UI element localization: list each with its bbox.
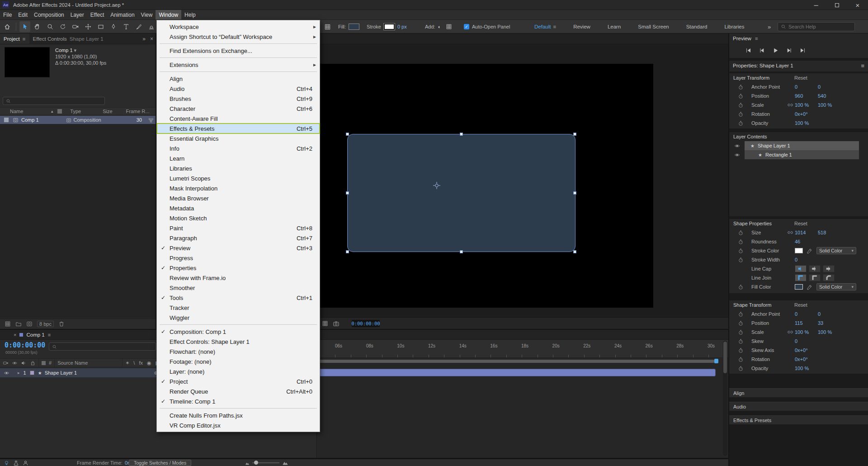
- line-join-bevel-button[interactable]: [823, 274, 835, 281]
- tab-close-icon[interactable]: ×: [14, 332, 16, 338]
- stopwatch-icon[interactable]: [738, 357, 744, 362]
- next-frame-button[interactable]: [784, 47, 793, 54]
- menu-item[interactable]: ✓ Extensions ▸: [157, 60, 320, 70]
- menubar-item[interactable]: View: [138, 10, 156, 19]
- camera-tool[interactable]: [70, 21, 81, 32]
- property-value[interactable]: 100 %: [795, 329, 818, 335]
- collapsed-panel-header[interactable]: Align: [729, 388, 868, 397]
- grid-guides-icon[interactable]: [443, 21, 454, 32]
- overflow-icon[interactable]: »: [768, 24, 771, 30]
- workspace-menu-icon[interactable]: ≡: [553, 24, 556, 29]
- menu-item[interactable]: ✓ Tools Ctrl+1 ▸: [157, 293, 320, 303]
- menu-item[interactable]: ✓ Workspace ▸: [157, 22, 320, 32]
- project-search-input[interactable]: [13, 98, 76, 104]
- switch-column-icon[interactable]: ◉: [147, 360, 151, 366]
- workspace-item[interactable]: Small Screen ≡: [638, 24, 669, 29]
- reset-button[interactable]: Reset: [794, 221, 807, 226]
- menubar-item[interactable]: Composition: [31, 10, 67, 19]
- property-value[interactable]: 100 %: [818, 329, 841, 335]
- stopwatch-icon[interactable]: [738, 230, 744, 236]
- tab-effect-controls[interactable]: Effect Controls Shape Layer 1: [29, 33, 107, 44]
- property-value[interactable]: 100 %: [795, 102, 818, 108]
- selection-handle[interactable]: [460, 250, 463, 253]
- stopwatch-icon[interactable]: [738, 311, 744, 317]
- menu-item[interactable]: ✓ Libraries ▸: [157, 163, 320, 173]
- trash-icon[interactable]: [58, 321, 65, 327]
- switch-column-icon[interactable]: ✶: [125, 360, 129, 366]
- menu-item[interactable]: ✓ Effects & Presets Ctrl+5 ▸: [157, 124, 320, 133]
- menu-item[interactable]: ✓ Brushes Ctrl+9 ▸: [157, 94, 320, 104]
- menu-item[interactable]: ✓ Smoother ▸: [157, 283, 320, 293]
- fill-color-swatch[interactable]: [795, 284, 803, 290]
- menu-item[interactable]: ✓ Flowchart: (none) ▸: [157, 347, 320, 357]
- eyedropper-icon[interactable]: [807, 247, 812, 254]
- layer-color-chip[interactable]: [30, 371, 34, 375]
- eye-column-icon[interactable]: [12, 360, 18, 366]
- stopwatch-icon[interactable]: [738, 93, 744, 99]
- selection-tool[interactable]: [19, 21, 30, 32]
- previous-frame-button[interactable]: [757, 47, 766, 54]
- menu-item[interactable]: ✓ Footage: (none) ▸: [157, 357, 320, 366]
- selection-handle[interactable]: [460, 133, 463, 136]
- property-value[interactable]: 33: [818, 320, 841, 326]
- menu-item[interactable]: ✓ Find Extensions on Exchange... ▸: [157, 46, 320, 56]
- project-row-comp1[interactable]: Comp 1 Composition 30: [0, 116, 156, 124]
- menu-item[interactable]: ✓ Wiggler ▸: [157, 313, 320, 323]
- panel-menu-icon[interactable]: ≡: [23, 36, 26, 42]
- hand-tool[interactable]: [32, 21, 43, 32]
- tab-project[interactable]: Project ≡: [0, 33, 29, 44]
- workspace-item[interactable]: Libraries ≡: [724, 24, 744, 29]
- first-frame-button[interactable]: [744, 47, 753, 54]
- menu-item[interactable]: ✓ Composition: Comp 1 ▸: [157, 327, 320, 337]
- menu-item[interactable]: ✓ Timeline: Comp 1 ▸: [157, 396, 320, 406]
- property-value[interactable]: 0: [795, 311, 818, 317]
- menu-item[interactable]: ✓ Paint Ctrl+8 ▸: [157, 223, 320, 233]
- menu-item[interactable]: ✓ Metadata ▸: [157, 203, 320, 213]
- fill-type-dropdown[interactable]: Solid Color ▾: [816, 283, 856, 290]
- menu-item[interactable]: ✓ Review with Frame.io ▸: [157, 273, 320, 283]
- zoom-in-mountain-icon[interactable]: [282, 460, 288, 466]
- auto-open-checkbox[interactable]: ✓: [464, 24, 469, 29]
- workspace-item[interactable]: Learn ≡: [608, 24, 621, 29]
- stroke-type-dropdown[interactable]: Solid Color ▾: [816, 247, 856, 254]
- menu-item[interactable]: ✓ ▸: [157, 70, 320, 74]
- property-value[interactable]: 1014: [795, 230, 818, 235]
- panel-close-icon[interactable]: ×: [148, 33, 156, 44]
- collapsed-panel-header[interactable]: Effects & Presets: [729, 415, 868, 424]
- menubar-item[interactable]: File: [0, 10, 15, 19]
- timeline-search-input[interactable]: [59, 344, 123, 349]
- link-icon[interactable]: [787, 329, 793, 335]
- property-value[interactable]: 0: [795, 257, 818, 262]
- selection-handle[interactable]: [346, 250, 349, 253]
- workspace-item[interactable]: Default ≡: [534, 24, 556, 29]
- line-cap-round-button[interactable]: [809, 265, 821, 272]
- brush-tool[interactable]: [133, 21, 144, 32]
- property-value[interactable]: 0x+0°: [795, 111, 818, 117]
- source-name-column[interactable]: Source Name: [55, 359, 123, 367]
- sort-asc-icon[interactable]: ▲: [50, 109, 54, 114]
- menu-item[interactable]: ✓ Progress ▸: [157, 253, 320, 263]
- stopwatch-icon[interactable]: [738, 84, 744, 90]
- selection-handle[interactable]: [346, 191, 349, 195]
- zoom-out-mountain-icon[interactable]: [245, 460, 250, 466]
- pen-tool[interactable]: [108, 21, 119, 32]
- property-value[interactable]: 960: [795, 93, 818, 99]
- line-cap-butt-button[interactable]: [795, 265, 807, 272]
- property-value[interactable]: 0: [795, 84, 818, 90]
- home-button[interactable]: [2, 21, 13, 32]
- menubar-item[interactable]: Help: [181, 10, 199, 19]
- grid-options-icon[interactable]: [322, 320, 328, 327]
- rotation-tool[interactable]: [57, 21, 68, 32]
- zoom-tool[interactable]: [45, 21, 56, 32]
- stopwatch-icon[interactable]: [738, 338, 744, 344]
- label-color-chip[interactable]: [4, 117, 9, 123]
- stroke-color-swatch[interactable]: [384, 24, 395, 30]
- zoom-slider-handle[interactable]: [254, 461, 258, 465]
- panel-menu-icon[interactable]: ≡: [48, 332, 51, 338]
- layer-name[interactable]: Shape Layer 1: [45, 370, 77, 376]
- number-column[interactable]: #: [49, 360, 52, 366]
- reset-button[interactable]: Reset: [794, 302, 807, 308]
- play-button[interactable]: [771, 47, 780, 54]
- toggle-switches-button[interactable]: Toggle Switches / Modes: [129, 460, 191, 466]
- time-ruler[interactable]: 06s08s10s12s14s16s18s20s22s24s26s28s30s: [317, 340, 728, 358]
